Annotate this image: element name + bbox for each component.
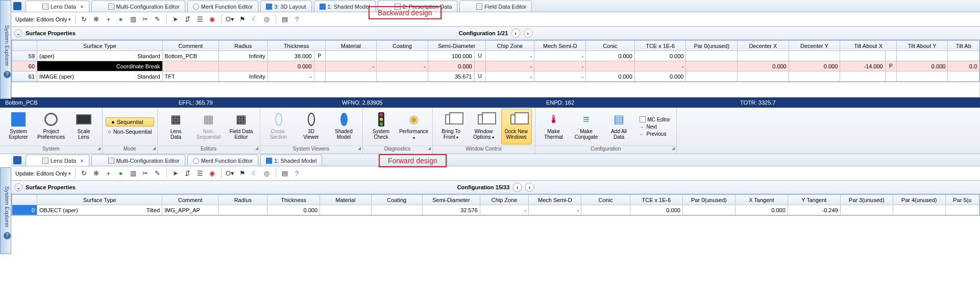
bring-to-front-button[interactable]: Bring ToFront [436,109,467,144]
doc-icon[interactable]: ▤ [280,169,289,178]
shaded-model-button[interactable]: ShadedModel [329,109,359,144]
circle-icon[interactable]: O▾ [226,169,235,178]
tab-lens-data[interactable]: Lens Data× [26,1,89,12]
make-conjugate-button[interactable]: ≡MakeConjugate [571,109,602,144]
arrow-icon[interactable]: ➤ [171,169,180,178]
project-preferences-button[interactable]: ProjectPreferences [36,109,66,144]
tab-field-data[interactable]: Field Data Editor [459,1,532,12]
tab-label: 2: Prescription Data [403,4,452,10]
close-icon[interactable]: × [80,4,83,10]
config-prev-button[interactable]: ‹ [512,183,522,192]
annotation-forward: Forward design [379,154,447,167]
arrow2-icon[interactable]: ⇵ [183,169,192,178]
target-icon[interactable]: ◎ [262,15,272,24]
arrow-icon[interactable]: ➤ [171,15,180,24]
settings-icon[interactable]: ✻ [92,15,101,24]
stack-icon[interactable]: ☰ [195,15,205,24]
stack-icon[interactable]: ☰ [195,169,205,178]
plus-icon[interactable]: ＋ [104,169,113,178]
table-row[interactable]: 59 (aper)Standard Bottom_PCB Infinity 38… [12,51,979,61]
config-next-link[interactable]: →Next [638,123,672,130]
field-data-editor-button[interactable]: ▦Field DataEditor [226,109,257,144]
lens-data-grid-top[interactable]: Surface TypeCommentRadiusThicknessMateri… [11,40,980,82]
tab-shaded-model[interactable]: 1: Shaded Model [260,155,322,166]
tab-shaded-model[interactable]: 1: Shaded Model [314,1,376,12]
editor-toolbar-bottom: Update: Editors Only ↻ ✻ ＋ ● ▥ ✂ ✎ ➤ ⇵ ☰… [11,166,980,181]
arrow-right-icon: → [640,124,645,130]
mc-editor-link[interactable]: MC Editor [638,116,672,123]
grid-icon [395,4,401,10]
arrow2-icon[interactable]: ⇵ [183,15,192,24]
circle-icon[interactable]: O▾ [226,15,235,24]
system-check-button[interactable]: SystemCheck [366,109,397,144]
moon-icon[interactable]: ☾ [250,169,259,178]
update-mode-dropdown[interactable]: Update: Editors Only [15,170,71,177]
tab-merit-function[interactable]: Merit Function Editor [187,1,258,12]
group-editors-label: Editors [158,145,260,154]
chart-icon[interactable]: ▥ [129,169,138,178]
doc-icon[interactable]: ▤ [280,15,289,24]
globe-icon[interactable]: ● [116,169,126,178]
table-row[interactable]: 60 Coordinate Break 0.000 -- 0.000 -- - … [12,61,979,71]
target-icon[interactable]: ◎ [262,169,272,178]
tab-multi-config[interactable]: Multi-Configuration Editor [91,1,185,12]
config-prev-link[interactable]: ←Previous [638,131,672,137]
system-explorer-tab[interactable]: System Explorer ? [0,167,11,216]
seq-dot-icon: ● [111,119,115,125]
nonsequential-mode-toggle[interactable]: ○Non-Sequential [106,128,154,136]
scale-lens-button[interactable]: ScaleLens [68,109,99,144]
tab-multi-config[interactable]: Multi-Configuration Editor [91,155,185,166]
tab-merit-function[interactable]: Merit Function Editor [187,155,258,166]
system-explorer-button[interactable]: SystemExplorer [3,109,34,144]
lens-data-grid-bottom[interactable]: Surface TypeCommentRadiusThicknessMateri… [11,194,980,216]
3d-viewer-button[interactable]: 3DViewer [296,109,327,144]
dock-new-windows-button[interactable]: Dock NewWindows [501,109,532,144]
help-icon[interactable]: ? [292,169,302,178]
refresh-icon[interactable]: ↻ [80,15,89,24]
table-row[interactable]: 0 OBJECT (aper)Tilted IMG_APP_AP 0.000 3… [12,205,979,215]
performance-button[interactable]: ◉Performance [399,109,429,144]
cut-icon[interactable]: ✂ [141,169,150,178]
palette-icon[interactable]: ◉ [208,15,217,24]
tab-label: 1: Shaded Model [328,4,370,10]
table-row[interactable]: 61 IMAGE (aper)Standard TFT Infinity - 3… [12,71,979,82]
moon-icon[interactable]: ☾ [250,15,259,24]
group-mode-label: Mode [103,145,157,154]
config-prev-button[interactable]: ‹ [511,29,520,38]
plus-icon[interactable]: ＋ [104,15,113,24]
globe-icon[interactable]: ● [116,15,126,24]
tab-3d-layout[interactable]: 3: 3D Layout [260,1,311,12]
settings-icon[interactable]: ✻ [92,169,101,178]
configuration-label: Configuration 15/33 [457,184,510,190]
lens-data-button[interactable]: ▦LensData [161,109,191,144]
tab-label: 1: Shaded Model [274,158,316,164]
system-explorer-tab[interactable]: System Explorer ? [0,0,11,99]
close-icon[interactable]: × [80,158,83,164]
sequential-mode-toggle[interactable]: ●Sequential [106,117,154,127]
tool-icon[interactable]: ✎ [153,15,162,24]
window-options-button[interactable]: WindowOptions [469,109,499,144]
config-next-button[interactable]: › [525,183,534,192]
grid-icon [476,4,482,10]
cross-section-button: Cross-Section [263,109,294,144]
expand-toggle[interactable]: ⌄ [14,183,22,191]
add-all-data-button[interactable]: ▤Add AllData [604,109,634,144]
tab-lens-data[interactable]: Lens Data× [26,155,89,166]
tab-label: Multi-Configuration Editor [116,158,180,164]
update-mode-dropdown[interactable]: Update: Editors Only [15,16,71,22]
flag-icon[interactable]: ⚑ [238,15,247,24]
editor-toolbar-top: Update: Editors Only ↻ ✻ ＋ ● ▥ ✂ ✎ ➤ ⇵ ☰… [11,12,980,27]
tool-icon[interactable]: ✎ [153,169,162,178]
chart-icon[interactable]: ▥ [129,15,138,24]
help-icon[interactable]: ? [4,71,11,78]
refresh-icon[interactable]: ↻ [80,169,89,178]
config-next-button[interactable]: › [523,29,532,38]
palette-icon[interactable]: ◉ [208,169,217,178]
tab-prescription[interactable]: 2: Prescription Data [378,1,458,12]
expand-toggle[interactable]: ⌄ [14,29,22,37]
mc-editor-label: MC Editor [648,117,670,122]
help-icon[interactable]: ? [292,15,302,24]
flag-icon[interactable]: ⚑ [238,169,247,178]
cut-icon[interactable]: ✂ [141,15,150,24]
make-thermal-button[interactable]: 🌡MakeThermal [538,109,569,144]
